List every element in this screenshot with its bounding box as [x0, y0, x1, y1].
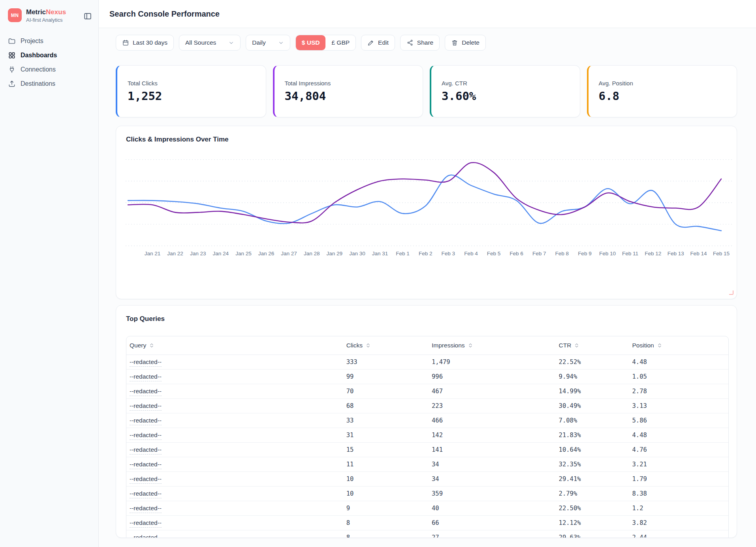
query-link[interactable]: --redacted-- — [130, 358, 162, 367]
chart-card: Clicks & Impressions Over Time Jan 21Jan… — [116, 126, 737, 299]
value-cell: 1.2 — [629, 501, 728, 515]
value-cell: 4.48 — [629, 355, 728, 369]
query-link[interactable]: --redacted-- — [130, 461, 162, 469]
query-cell: --redacted-- — [126, 384, 343, 398]
query-cell: --redacted-- — [126, 486, 343, 501]
query-link[interactable]: --redacted-- — [130, 519, 162, 528]
value-cell: 12.12% — [556, 515, 629, 530]
sidebar-item-destinations[interactable]: Destinations — [0, 77, 98, 91]
value-cell: 996 — [429, 369, 556, 384]
x-axis-label: Feb 13 — [668, 251, 684, 257]
value-cell: 1.05 — [629, 369, 728, 384]
query-link[interactable]: --redacted-- — [130, 417, 162, 425]
currency-toggle: $ USD £ GBP — [295, 35, 356, 51]
granularity-select[interactable]: Daily — [246, 35, 290, 51]
column-header-clicks[interactable]: Clicks — [343, 336, 429, 355]
query-link[interactable]: --redacted-- — [130, 534, 162, 538]
value-cell: 223 — [429, 398, 556, 413]
date-range-label: Last 30 days — [133, 39, 167, 46]
sidebar-collapse-icon[interactable] — [83, 12, 92, 21]
table-row: --redacted--1514110.64%4.76 — [126, 442, 728, 457]
brand-name: MetricNexus — [26, 8, 66, 16]
query-cell: --redacted-- — [126, 442, 343, 457]
value-cell: 141 — [429, 442, 556, 457]
table-row: --redacted--3114221.83%4.48 — [126, 428, 728, 442]
value-cell: 2.79% — [556, 486, 629, 501]
x-axis-label: Jan 26 — [258, 251, 275, 257]
value-cell: 22.52% — [556, 355, 629, 369]
x-axis-label: Feb 8 — [555, 251, 569, 257]
query-link[interactable]: --redacted-- — [130, 388, 162, 396]
stat-label: Avg. CTR — [442, 80, 570, 87]
query-link[interactable]: --redacted-- — [130, 475, 162, 484]
x-axis-label: Jan 30 — [349, 251, 365, 257]
chevron-down-icon — [278, 40, 284, 46]
value-cell: 34 — [429, 457, 556, 472]
query-cell: --redacted-- — [126, 369, 343, 384]
table-row: --redacted--113432.35%3.21 — [126, 457, 728, 472]
query-link[interactable]: --redacted-- — [130, 490, 162, 498]
value-cell: 8 — [343, 515, 429, 530]
currency-gbp-button[interactable]: £ GBP — [325, 35, 355, 50]
edit-label: Edit — [378, 39, 389, 46]
query-link[interactable]: --redacted-- — [130, 446, 162, 455]
column-header-impressions[interactable]: Impressions — [429, 336, 556, 355]
brand-tagline: AI-first Analytics — [26, 17, 66, 23]
x-axis-label: Feb 11 — [622, 251, 638, 257]
value-cell: 3.13 — [629, 398, 728, 413]
stat-card-total-impressions: Total Impressions 34,804 — [273, 65, 423, 117]
share-button[interactable]: Share — [400, 35, 440, 51]
x-axis-label: Jan 23 — [190, 251, 206, 257]
plug-icon — [8, 66, 16, 74]
value-cell: 29.41% — [556, 472, 629, 486]
value-cell: 466 — [429, 413, 556, 428]
column-header-position[interactable]: Position — [629, 336, 728, 355]
value-cell: 22.50% — [556, 501, 629, 515]
x-axis-label: Feb 10 — [599, 251, 616, 257]
table-row: --redacted--94022.50%1.2 — [126, 501, 728, 515]
x-axis-label: Feb 7 — [532, 251, 546, 257]
source-filter-select[interactable]: All Sources — [179, 35, 241, 51]
query-cell: --redacted-- — [126, 355, 343, 369]
table-row: --redacted--103429.41%1.79 — [126, 472, 728, 486]
date-range-button[interactable]: Last 30 days — [116, 35, 174, 51]
query-cell: --redacted-- — [126, 530, 343, 538]
query-link[interactable]: --redacted-- — [130, 373, 162, 381]
sidebar-item-projects[interactable]: Projects — [0, 34, 98, 48]
value-cell: 14.99% — [556, 384, 629, 398]
query-cell: --redacted-- — [126, 413, 343, 428]
resize-handle-icon[interactable] — [729, 290, 733, 295]
query-link[interactable]: --redacted-- — [130, 402, 162, 411]
value-cell: 3.82 — [629, 515, 728, 530]
x-axis-label: Feb 12 — [645, 251, 661, 257]
stat-value: 1,252 — [128, 89, 256, 103]
column-header-ctr[interactable]: CTR — [556, 336, 629, 355]
currency-usd-button[interactable]: $ USD — [296, 35, 326, 50]
column-header-query[interactable]: Query — [126, 336, 343, 355]
x-axis-label: Feb 1 — [396, 251, 410, 257]
x-axis-label: Jan 29 — [327, 251, 343, 257]
page-title: Search Console Performance — [109, 9, 220, 19]
edit-button[interactable]: Edit — [361, 35, 395, 51]
x-axis-label: Feb 2 — [419, 251, 433, 257]
delete-button[interactable]: Delete — [445, 35, 486, 51]
x-axis-label: Feb 4 — [464, 251, 478, 257]
table-body: --redacted--3331,47922.52%4.48--redacted… — [126, 355, 728, 538]
value-cell: 30.49% — [556, 398, 629, 413]
value-cell: 11 — [343, 457, 429, 472]
sidebar-item-connections[interactable]: Connections — [0, 62, 98, 77]
x-axis-label: Feb 15 — [713, 251, 730, 257]
value-cell: 4.48 — [629, 428, 728, 442]
sidebar: MN MetricNexus AI-first Analytics Projec… — [0, 0, 99, 547]
query-link[interactable]: --redacted-- — [130, 432, 162, 440]
query-cell: --redacted-- — [126, 398, 343, 413]
sidebar-item-dashboards[interactable]: Dashboards — [0, 48, 98, 62]
stat-label: Avg. Position — [599, 80, 727, 87]
value-cell: 31 — [343, 428, 429, 442]
value-cell: 359 — [429, 486, 556, 501]
table-row: --redacted--999969.94%1.05 — [126, 369, 728, 384]
query-link[interactable]: --redacted-- — [130, 505, 162, 513]
sidebar-item-label: Connections — [21, 66, 56, 73]
table-title: Top Queries — [116, 306, 737, 323]
value-cell: 29.63% — [556, 530, 629, 538]
